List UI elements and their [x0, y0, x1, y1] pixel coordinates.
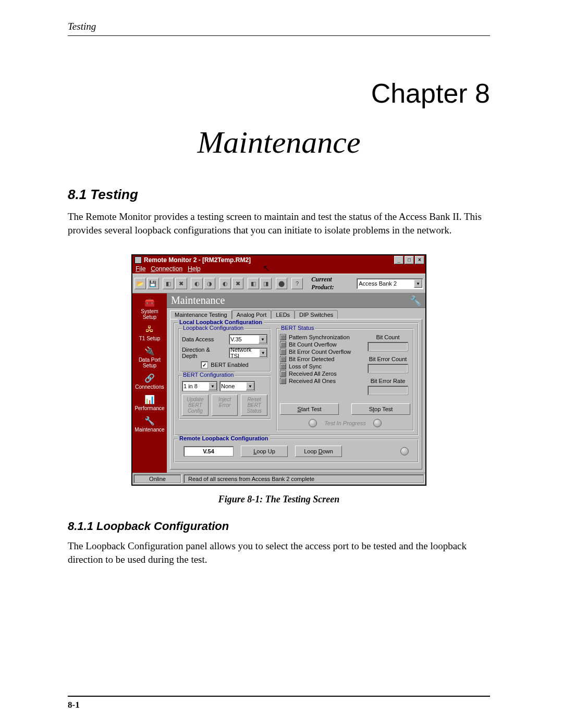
page-number: 8-1	[68, 700, 80, 710]
sidebar-item-label: Maintenance	[134, 427, 164, 433]
progress-orb-icon	[373, 419, 382, 427]
close-button[interactable]: ×	[415, 256, 424, 264]
tab-maintenance-testing[interactable]: Maintenance Testing	[170, 310, 232, 319]
chevron-down-icon: ▼	[414, 279, 422, 288]
bit-count-label: Bit Count	[376, 334, 399, 340]
sidebar-item-connections[interactable]: 🔗 Connections	[134, 371, 165, 391]
figure-8-1: Remote Monitor 2 - [RM2Temp.RM2] _ □ × F…	[68, 254, 490, 486]
current-product-select[interactable]: Access Bank 2 ▼	[357, 278, 423, 289]
tab-dip-switches[interactable]: DIP Switches	[295, 310, 338, 319]
loop-up-button[interactable]: Loop Up	[241, 446, 288, 457]
update-bert-config-button[interactable]: Update BERT Config	[182, 394, 209, 416]
page-title: Maintenance	[171, 294, 225, 306]
maximize-button[interactable]: □	[405, 256, 414, 264]
data-port-icon: 🔌	[143, 346, 156, 356]
group-local-loopback: Local Loopback Configuration Loopback Co…	[174, 323, 419, 436]
performance-icon: 📊	[143, 394, 156, 404]
toolbar-btn-6[interactable]: ◑	[204, 278, 215, 289]
direction-depth-label: Direction & Depth	[182, 347, 226, 359]
t1-setup-icon: 🖧	[143, 324, 156, 335]
toolbar-open-icon[interactable]: 📂	[134, 278, 146, 289]
running-head: Testing	[68, 21, 490, 35]
bert-counts: Bit Count Bit Error Count Bit Error Rate	[365, 334, 410, 398]
loop-down-button[interactable]: Loop Down	[295, 446, 342, 457]
toolbar-btn-8[interactable]: ✖	[232, 278, 243, 289]
bit-error-count-label: Bit Error Count	[369, 356, 407, 362]
data-access-select[interactable]: V.35 ▼	[229, 334, 267, 344]
test-in-progress-row: Test In Progress	[280, 419, 410, 427]
menu-connection[interactable]: Connection	[151, 265, 182, 273]
current-product-value: Access Bank 2	[359, 280, 397, 287]
bert-pattern-value: 1 in 8	[183, 383, 198, 389]
sidebar-item-data-port-setup[interactable]: 🔌 Data Port Setup	[134, 344, 165, 370]
remote-loopback-select[interactable]: V.54	[183, 446, 234, 456]
start-test-button[interactable]: Start Test	[280, 403, 339, 415]
system-setup-icon: 🧰	[143, 297, 156, 307]
menu-file[interactable]: File	[136, 265, 145, 273]
tab-leds[interactable]: LEDs	[271, 310, 295, 319]
group-remote-loopback: Remote Loopback Configuration V.54 Loop …	[174, 439, 419, 463]
toolbar-btn-10[interactable]: ◨	[260, 278, 272, 289]
status-received-all-ones: Received All Ones	[280, 378, 361, 384]
bert-status-list: Pattern Synchronization Bit Count Overfl…	[280, 334, 361, 398]
status-message: Read of all screens from Access Bank 2 c…	[183, 474, 424, 484]
toolbar-btn-3[interactable]: ◧	[163, 278, 174, 289]
direction-depth-select[interactable]: Network TSI ▼	[229, 348, 267, 358]
inner-title: BERT Configuration	[182, 372, 235, 378]
led-icon	[280, 341, 286, 348]
reset-bert-status-button[interactable]: Reset BERT Status	[241, 394, 267, 416]
toolbar-help-icon[interactable]: ?	[291, 278, 303, 289]
chevron-down-icon: ▼	[259, 335, 267, 343]
page-title-bar: Maintenance 🔧	[167, 293, 425, 308]
status-bit-error-detected: Bit Error Detected	[280, 356, 361, 362]
status-loss-of-sync: Loss of Sync	[280, 363, 361, 369]
sidebar-item-maintenance[interactable]: 🔧 Maintenance	[134, 414, 165, 434]
maintenance-icon: 🔧	[143, 415, 156, 426]
status-bit-error-count-overflow: Bit Error Count Overflow	[280, 349, 361, 355]
remote-orb-icon	[400, 447, 409, 455]
sidebar-item-system-setup[interactable]: 🧰 System Setup	[134, 295, 165, 322]
remote-loopback-value: V.54	[203, 448, 214, 454]
group-bert-status: BERT Status Pattern Synchronization Bit …	[276, 328, 414, 431]
data-access-label: Data Access	[182, 336, 226, 342]
bert-enabled-checkbox[interactable]: ✓	[201, 361, 208, 368]
toolbar-btn-4[interactable]: ✖	[175, 278, 187, 289]
toolbar-btn-7[interactable]: ◐	[219, 278, 231, 289]
tab-analog-port[interactable]: Analog Port	[232, 310, 271, 319]
direction-depth-value: Network TSI	[230, 347, 259, 359]
top-rule	[68, 35, 490, 36]
toolbar-btn-11[interactable]: ⬤	[276, 278, 287, 289]
group-loopback-config: Loopback Configuration Data Access V.35 …	[178, 328, 271, 372]
bottom-rule	[68, 696, 490, 697]
chevron-down-icon: ▼	[209, 382, 217, 390]
sidebar-item-performance[interactable]: 📊 Performance	[134, 392, 165, 413]
inject-error-button[interactable]: Inject Error	[212, 394, 238, 416]
bert-err-select[interactable]: None ▼	[219, 381, 255, 391]
led-icon	[280, 334, 286, 340]
sidebar: 🧰 System Setup 🖧 T1 Setup 🔌 Data Port Se…	[132, 293, 167, 473]
toolbar-btn-5[interactable]: ◐	[191, 278, 202, 289]
bit-error-count-value	[368, 364, 408, 373]
sidebar-item-label: Data Port Setup	[134, 357, 165, 368]
stop-test-button[interactable]: Stop Test	[351, 403, 410, 415]
section-8-1-1-body: The Loopback Configuration panel allows …	[68, 539, 490, 566]
sidebar-item-t1-setup[interactable]: 🖧 T1 Setup	[134, 323, 165, 343]
figure-caption: Figure 8-1: The Testing Screen	[68, 494, 490, 505]
test-in-progress-label: Test In Progress	[324, 420, 366, 426]
wrench-icon: 🔧	[410, 295, 421, 306]
menu-help[interactable]: Help	[188, 265, 201, 273]
bert-pattern-select[interactable]: 1 in 8 ▼	[182, 381, 217, 391]
bert-err-value: None	[221, 383, 235, 389]
group-title: Remote Loopback Configuration	[178, 435, 270, 441]
toolbar: 📂 💾 ◧ ✖ ◐ ◑ ◐ ✖ ◧ ◨ ⬤ ? Current Product:	[132, 274, 425, 293]
app-window: Remote Monitor 2 - [RM2Temp.RM2] _ □ × F…	[131, 254, 426, 486]
led-icon	[280, 363, 286, 369]
toolbar-btn-9[interactable]: ◧	[248, 278, 259, 289]
sidebar-item-label: Performance	[134, 405, 164, 411]
toolbar-save-icon[interactable]: 💾	[147, 278, 158, 289]
led-icon	[280, 378, 286, 384]
minimize-button[interactable]: _	[394, 256, 403, 264]
bert-enabled-label: BERT Enabled	[211, 362, 248, 368]
data-access-value: V.35	[230, 336, 242, 342]
tabs: Maintenance Testing Analog Port LEDs DIP…	[167, 308, 425, 319]
